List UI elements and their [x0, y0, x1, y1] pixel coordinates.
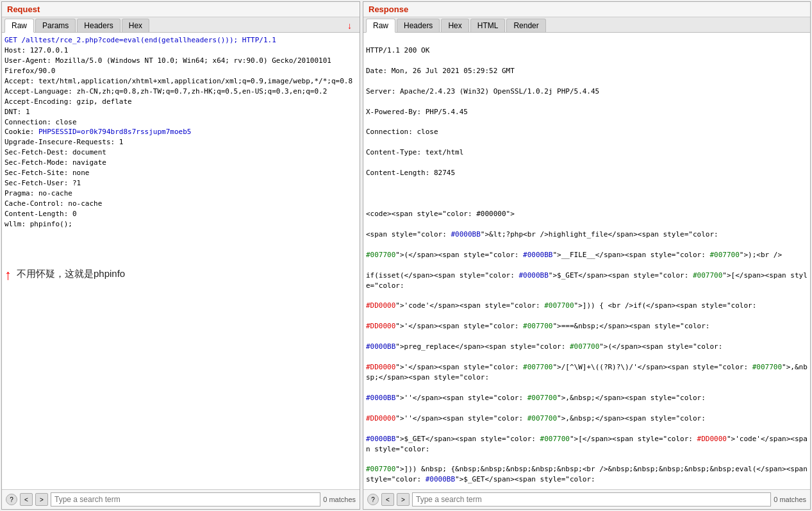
connection-header: Connection: close — [366, 128, 438, 136]
request-search-matches: 0 matches — [323, 496, 356, 503]
request-help-button[interactable]: ? — [6, 494, 17, 505]
date-header: Date: Mon, 26 Jul 2021 05:29:52 GMT — [366, 67, 515, 75]
response-search-input[interactable] — [412, 492, 771, 507]
response-search-matches: 0 matches — [774, 496, 806, 503]
response-search-bar: ? < > 0 matches — [363, 489, 810, 509]
tab-raw-response[interactable]: Raw — [366, 19, 395, 33]
request-search-input[interactable] — [51, 492, 320, 507]
response-prev-button[interactable]: < — [381, 493, 394, 506]
tab-hex-response[interactable]: Hex — [441, 19, 468, 32]
request-next-button[interactable]: > — [35, 493, 48, 506]
response-body: HTTP/1.1 200 OK Date: Mon, 26 Jul 2021 0… — [363, 33, 810, 489]
status-line: HTTP/1.1 200 OK — [366, 46, 429, 54]
tab-headers-request[interactable]: Headers — [77, 19, 120, 32]
tab-html-response[interactable]: HTML — [470, 19, 506, 32]
up-arrow-icon: ↑ — [4, 268, 12, 282]
response-next-button[interactable]: > — [397, 493, 410, 506]
request-line: GET /alltest/rce_2.php?code=eval(end(get… — [4, 36, 276, 44]
request-panel-title: Request — [2, 2, 360, 17]
response-tab-bar: Raw Headers Hex HTML Render — [363, 17, 810, 33]
request-panel: Request Raw Params Headers Hex ↓ GET /al… — [1, 1, 360, 510]
response-help-button[interactable]: ? — [367, 494, 379, 505]
request-prev-button[interactable]: < — [20, 493, 33, 506]
content-length-header: Content-Length: 82745 — [366, 169, 455, 177]
tab-headers-response[interactable]: Headers — [397, 19, 440, 32]
request-search-bar: ? < > 0 matches — [2, 489, 360, 509]
cookie-value: PHPSESSID=or0k794brd8s7rssjupm7moeb5 — [38, 128, 191, 136]
response-panel: Response Raw Headers Hex HTML Render HTT… — [363, 1, 811, 510]
server-header: Server: Apache/2.4.23 (Win32) OpenSSL/1.… — [366, 87, 599, 96]
request-body: GET /alltest/rce_2.php?code=eval(end(get… — [2, 33, 360, 489]
tab-params[interactable]: Params — [35, 19, 76, 32]
request-content-area: GET /alltest/rce_2.php?code=eval(end(get… — [2, 33, 360, 489]
annotation-container: ↑ 不用怀疑，这就是phpinfo → — [4, 268, 357, 282]
x-powered-header: X-Powered-By: PHP/5.4.45 — [366, 108, 468, 116]
tab-raw-request[interactable]: Raw — [4, 19, 34, 33]
tab-render-response[interactable]: Render — [506, 19, 545, 32]
request-text: GET /alltest/rce_2.php?code=eval(end(get… — [4, 35, 357, 230]
request-tab-bar: Raw Params Headers Hex ↓ — [2, 17, 360, 33]
response-panel-title: Response — [363, 2, 810, 17]
annotation-text: 不用怀疑，这就是phpinfo — [17, 268, 125, 280]
response-text: HTTP/1.1 200 OK Date: Mon, 26 Jul 2021 0… — [366, 35, 808, 489]
content-type-header: Content-Type: text/html — [366, 148, 463, 156]
tab-hex-request[interactable]: Hex — [122, 19, 149, 32]
